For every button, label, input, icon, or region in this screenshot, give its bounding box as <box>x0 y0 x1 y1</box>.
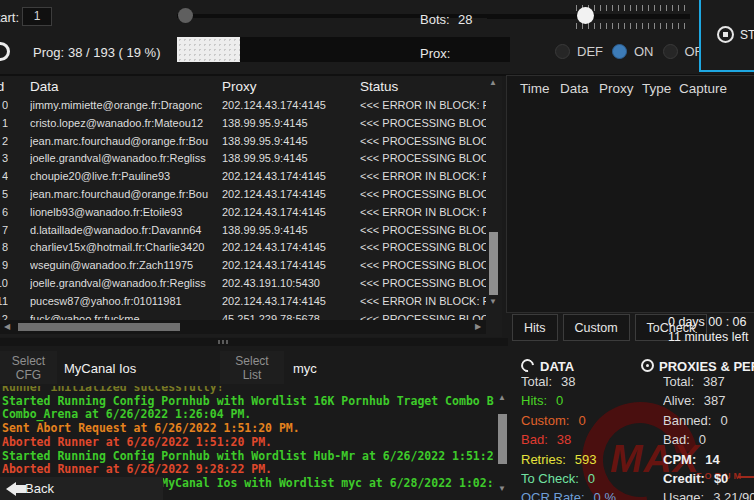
table-row[interactable]: 4choupie20@live.fr:Pauline93202.124.43.1… <box>0 168 486 186</box>
radio-icon[interactable] <box>663 44 678 59</box>
cell-data: lionelb93@wanadoo.fr:Etoile93 <box>30 206 217 218</box>
stop-button[interactable]: STOP <box>711 25 754 44</box>
stat-row: Total:387 <box>663 374 754 393</box>
column-header-proxy: Proxy <box>222 79 257 94</box>
stat-value: 0 <box>720 413 727 428</box>
start-input[interactable]: 1 <box>22 7 52 26</box>
table-row[interactable]: 6lionelb93@wanadoo.fr:Etoile93202.124.43… <box>0 204 486 222</box>
cell-id: 3 <box>0 152 8 164</box>
cell-id: 1 <box>0 117 8 129</box>
column-header-id: Id <box>0 79 4 94</box>
cell-status: <<< PROCESSING BLOCK <box>360 277 486 289</box>
radio-icon[interactable] <box>612 44 627 59</box>
cell-status: <<< PROCESSING BLOCK <box>360 224 486 236</box>
cell-proxy: 138.99.95.9:4145 <box>222 135 354 147</box>
cell-proxy: 202.43.191.10:5430 <box>222 277 354 289</box>
stat-value: 387 <box>704 393 726 408</box>
stat-value: 0 % <box>594 490 616 500</box>
results-column-header-data: Data <box>560 81 589 96</box>
log-scroll-up-arrow[interactable]: ▲ <box>496 393 508 403</box>
results-column-header-proxy: Proxy <box>599 81 634 96</box>
table-row[interactable]: 3joelle.grandval@wanadoo.fr:Regliss138.9… <box>0 150 486 168</box>
progress-label: Prog: <box>33 45 64 60</box>
cell-data: cristo.lopez@wanadoo.fr:Mateou12 <box>30 117 217 129</box>
scroll-up-arrow[interactable]: ▲ <box>487 78 499 88</box>
cell-status: <<< PROCESSING BLOCK <box>360 135 486 147</box>
stat-label: CPM: <box>663 452 696 467</box>
cell-data: wseguin@wanadoo.fr:Zach11975 <box>30 259 217 271</box>
cell-id: 6 <box>0 206 8 218</box>
stat-value: 0 <box>556 393 563 408</box>
cell-proxy: 202.124.43.174:4145 <box>222 99 354 111</box>
proxy-mode-label: Prox: <box>420 46 450 61</box>
scroll-right-arrow[interactable]: ▶ <box>472 322 484 332</box>
table-row[interactable]: 7d.lataillade@wanadoo.fr:Davann64138.99.… <box>0 222 486 240</box>
radio-icon[interactable] <box>555 44 570 59</box>
start-label: Start: <box>0 10 19 25</box>
cell-id: 9 <box>0 259 8 271</box>
table-row[interactable]: 10joelle.grandval@wanadoo.fr:Regliss202.… <box>0 275 486 293</box>
cell-proxy: 202.124.43.174:4145 <box>222 241 354 253</box>
select-config-button[interactable]: Select CFG <box>0 351 57 384</box>
bots-slider-thumb[interactable] <box>577 7 594 24</box>
cell-data: choupie20@live.fr:Pauline93 <box>30 170 217 182</box>
config-name: MyCanal Ios <box>64 361 136 376</box>
cell-data: charliev15x@hotmail.fr:Charlie3420 <box>30 241 217 253</box>
back-button[interactable]: Back <box>0 477 163 500</box>
log-scrollbar-thumb[interactable] <box>498 414 507 464</box>
table-row[interactable]: 1cristo.lopez@wanadoo.fr:Mateou12138.99.… <box>0 115 486 133</box>
cell-id: 11 <box>0 295 8 307</box>
proxy-option-def[interactable]: DEF <box>555 44 603 59</box>
stat-value: 38 <box>557 432 571 447</box>
radio-label: DEF <box>577 44 603 59</box>
cell-status: <<< PROCESSING BLOCK <box>360 241 486 253</box>
log-line: Sent Abort Request at 6/26/2022 1:51:20 … <box>2 422 490 436</box>
table-row[interactable]: 2jean.marc.fourchaud@orange.fr:Bou138.99… <box>0 133 486 151</box>
back-arrow-icon <box>6 482 16 496</box>
cell-data: jimmy.mimiette@orange.fr:Dragonc <box>30 99 217 111</box>
column-header-status: Status <box>360 79 398 94</box>
stat-label: Bad: <box>521 432 548 447</box>
vertical-scrollbar-thumb[interactable] <box>489 232 498 295</box>
proxy-option-on[interactable]: ON <box>612 44 654 59</box>
table-row[interactable]: 5jean.marc.fourchaud@orange.fr:Bou202.12… <box>0 186 486 204</box>
stat-row: Banned:0 <box>663 413 754 432</box>
cell-id: 10 <box>0 277 8 289</box>
cell-proxy: 202.124.43.174:4145 <box>222 188 354 200</box>
cell-id: 7 <box>0 224 8 236</box>
stat-label: OCR Rate: <box>521 490 585 500</box>
cell-data: joelle.grandval@wanadoo.fr:Regliss <box>30 152 217 164</box>
cell-status: <<< PROCESSING BLOCK <box>360 259 486 271</box>
stat-value: 38 <box>561 374 575 389</box>
cell-status: <<< PROCESSING BLOCK <box>360 188 486 200</box>
table-row[interactable]: 9wseguin@wanadoo.fr:Zach11975202.124.43.… <box>0 257 486 275</box>
stat-row: Hits:0 <box>521 393 637 412</box>
splitter[interactable] <box>0 338 508 346</box>
column-header-data: Data <box>30 79 59 94</box>
scroll-down-arrow[interactable]: ▼ <box>487 297 499 307</box>
cell-proxy: 202.124.43.174:4145 <box>222 295 354 307</box>
cell-id: 5 <box>0 188 8 200</box>
tab-hits[interactable]: Hits <box>512 314 558 341</box>
table-row[interactable]: 11pucesw87@yahoo.fr:01011981202.124.43.1… <box>0 293 486 311</box>
start-slider-thumb[interactable] <box>178 8 193 23</box>
log-scroll-down-arrow[interactable]: ▼ <box>496 484 508 494</box>
horizontal-scrollbar-thumb[interactable] <box>18 323 180 331</box>
table-row[interactable]: 8charliev15x@hotmail.fr:Charlie3420202.1… <box>0 239 486 257</box>
scroll-left-arrow[interactable]: ◀ <box>1 322 13 332</box>
splitter-grip-icon <box>218 340 228 344</box>
stat-label: Hits: <box>521 393 547 408</box>
progress-ring-icon <box>0 42 10 61</box>
progress-bar-fill <box>177 37 240 62</box>
tab-custom[interactable]: Custom <box>563 314 630 341</box>
bots-value: 28 <box>458 12 472 27</box>
results-panel: TimeDataProxyTypeCapture <box>506 75 754 313</box>
stat-label: Total: <box>521 374 552 389</box>
time-left: 11 minutes left <box>668 330 748 344</box>
stat-row: Custom:0 <box>521 413 637 432</box>
cell-status: <<< ERROR IN BLOCK: R <box>360 170 486 182</box>
table-row[interactable]: 0jimmy.mimiette@orange.fr:Dragonc202.124… <box>0 97 486 115</box>
data-stats-title: DATA <box>540 359 574 374</box>
cell-id: 4 <box>0 170 8 182</box>
select-list-button[interactable]: Select List <box>220 351 284 384</box>
